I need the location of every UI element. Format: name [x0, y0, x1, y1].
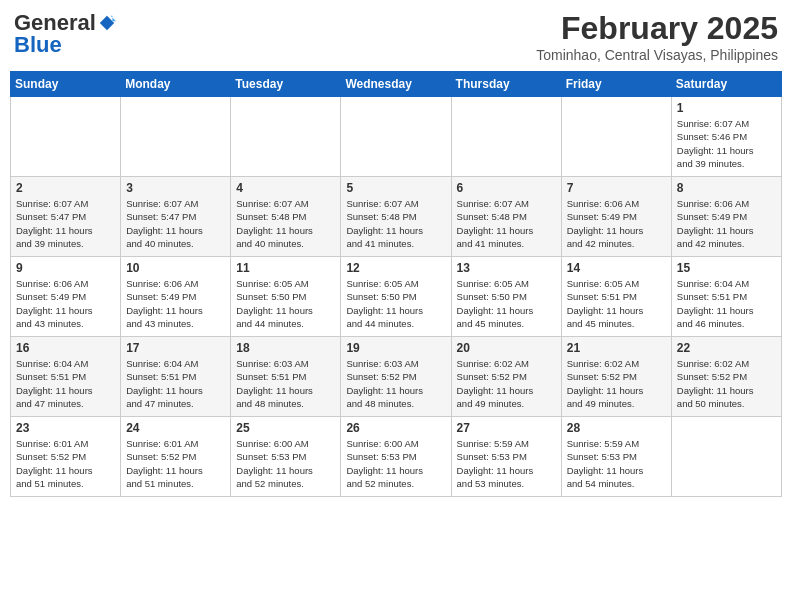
calendar-day-cell: 13Sunrise: 6:05 AM Sunset: 5:50 PM Dayli…	[451, 257, 561, 337]
day-number: 21	[567, 341, 666, 355]
day-info: Sunrise: 6:06 AM Sunset: 5:49 PM Dayligh…	[567, 197, 666, 250]
day-info: Sunrise: 6:04 AM Sunset: 5:51 PM Dayligh…	[16, 357, 115, 410]
calendar-day-cell: 25Sunrise: 6:00 AM Sunset: 5:53 PM Dayli…	[231, 417, 341, 497]
calendar-day-cell: 26Sunrise: 6:00 AM Sunset: 5:53 PM Dayli…	[341, 417, 451, 497]
day-number: 2	[16, 181, 115, 195]
day-info: Sunrise: 6:07 AM Sunset: 5:47 PM Dayligh…	[16, 197, 115, 250]
day-number: 28	[567, 421, 666, 435]
day-info: Sunrise: 6:02 AM Sunset: 5:52 PM Dayligh…	[567, 357, 666, 410]
day-number: 18	[236, 341, 335, 355]
calendar-day-cell	[451, 97, 561, 177]
calendar-table: SundayMondayTuesdayWednesdayThursdayFrid…	[10, 71, 782, 497]
day-info: Sunrise: 6:07 AM Sunset: 5:47 PM Dayligh…	[126, 197, 225, 250]
day-number: 10	[126, 261, 225, 275]
day-info: Sunrise: 6:05 AM Sunset: 5:50 PM Dayligh…	[457, 277, 556, 330]
calendar-day-cell	[341, 97, 451, 177]
day-info: Sunrise: 6:03 AM Sunset: 5:51 PM Dayligh…	[236, 357, 335, 410]
calendar-day-cell: 17Sunrise: 6:04 AM Sunset: 5:51 PM Dayli…	[121, 337, 231, 417]
day-number: 13	[457, 261, 556, 275]
day-number: 5	[346, 181, 445, 195]
calendar-day-cell: 16Sunrise: 6:04 AM Sunset: 5:51 PM Dayli…	[11, 337, 121, 417]
calendar-week-row: 9Sunrise: 6:06 AM Sunset: 5:49 PM Daylig…	[11, 257, 782, 337]
day-info: Sunrise: 6:02 AM Sunset: 5:52 PM Dayligh…	[677, 357, 776, 410]
calendar-day-cell: 9Sunrise: 6:06 AM Sunset: 5:49 PM Daylig…	[11, 257, 121, 337]
day-info: Sunrise: 6:01 AM Sunset: 5:52 PM Dayligh…	[16, 437, 115, 490]
calendar-day-cell: 23Sunrise: 6:01 AM Sunset: 5:52 PM Dayli…	[11, 417, 121, 497]
day-info: Sunrise: 6:06 AM Sunset: 5:49 PM Dayligh…	[677, 197, 776, 250]
calendar-day-cell: 24Sunrise: 6:01 AM Sunset: 5:52 PM Dayli…	[121, 417, 231, 497]
calendar-day-cell: 18Sunrise: 6:03 AM Sunset: 5:51 PM Dayli…	[231, 337, 341, 417]
calendar-day-cell	[561, 97, 671, 177]
calendar-day-cell: 3Sunrise: 6:07 AM Sunset: 5:47 PM Daylig…	[121, 177, 231, 257]
day-info: Sunrise: 6:01 AM Sunset: 5:52 PM Dayligh…	[126, 437, 225, 490]
day-info: Sunrise: 6:07 AM Sunset: 5:48 PM Dayligh…	[236, 197, 335, 250]
month-year-title: February 2025	[536, 10, 778, 47]
day-of-week-header: Wednesday	[341, 72, 451, 97]
calendar-day-cell: 5Sunrise: 6:07 AM Sunset: 5:48 PM Daylig…	[341, 177, 451, 257]
calendar-day-cell: 1Sunrise: 6:07 AM Sunset: 5:46 PM Daylig…	[671, 97, 781, 177]
day-number: 25	[236, 421, 335, 435]
day-info: Sunrise: 6:00 AM Sunset: 5:53 PM Dayligh…	[346, 437, 445, 490]
day-info: Sunrise: 5:59 AM Sunset: 5:53 PM Dayligh…	[457, 437, 556, 490]
day-number: 4	[236, 181, 335, 195]
calendar-week-row: 2Sunrise: 6:07 AM Sunset: 5:47 PM Daylig…	[11, 177, 782, 257]
day-number: 20	[457, 341, 556, 355]
day-number: 1	[677, 101, 776, 115]
calendar-day-cell: 8Sunrise: 6:06 AM Sunset: 5:49 PM Daylig…	[671, 177, 781, 257]
day-info: Sunrise: 6:07 AM Sunset: 5:48 PM Dayligh…	[457, 197, 556, 250]
calendar-day-cell: 28Sunrise: 5:59 AM Sunset: 5:53 PM Dayli…	[561, 417, 671, 497]
day-number: 9	[16, 261, 115, 275]
day-of-week-header: Sunday	[11, 72, 121, 97]
calendar-day-cell: 20Sunrise: 6:02 AM Sunset: 5:52 PM Dayli…	[451, 337, 561, 417]
calendar-week-row: 1Sunrise: 6:07 AM Sunset: 5:46 PM Daylig…	[11, 97, 782, 177]
calendar-day-cell: 15Sunrise: 6:04 AM Sunset: 5:51 PM Dayli…	[671, 257, 781, 337]
day-number: 23	[16, 421, 115, 435]
day-info: Sunrise: 6:06 AM Sunset: 5:49 PM Dayligh…	[126, 277, 225, 330]
day-info: Sunrise: 5:59 AM Sunset: 5:53 PM Dayligh…	[567, 437, 666, 490]
logo-icon	[98, 14, 116, 32]
svg-marker-0	[100, 16, 114, 30]
calendar-day-cell: 19Sunrise: 6:03 AM Sunset: 5:52 PM Dayli…	[341, 337, 451, 417]
day-number: 24	[126, 421, 225, 435]
day-info: Sunrise: 6:04 AM Sunset: 5:51 PM Dayligh…	[677, 277, 776, 330]
calendar-week-row: 23Sunrise: 6:01 AM Sunset: 5:52 PM Dayli…	[11, 417, 782, 497]
calendar-week-row: 16Sunrise: 6:04 AM Sunset: 5:51 PM Dayli…	[11, 337, 782, 417]
day-of-week-header: Thursday	[451, 72, 561, 97]
day-info: Sunrise: 6:07 AM Sunset: 5:46 PM Dayligh…	[677, 117, 776, 170]
day-number: 14	[567, 261, 666, 275]
day-number: 11	[236, 261, 335, 275]
day-number: 16	[16, 341, 115, 355]
day-info: Sunrise: 6:04 AM Sunset: 5:51 PM Dayligh…	[126, 357, 225, 410]
calendar-header-row: SundayMondayTuesdayWednesdayThursdayFrid…	[11, 72, 782, 97]
day-info: Sunrise: 6:02 AM Sunset: 5:52 PM Dayligh…	[457, 357, 556, 410]
calendar-day-cell: 22Sunrise: 6:02 AM Sunset: 5:52 PM Dayli…	[671, 337, 781, 417]
location-subtitle: Tominhao, Central Visayas, Philippines	[536, 47, 778, 63]
day-of-week-header: Monday	[121, 72, 231, 97]
day-info: Sunrise: 6:06 AM Sunset: 5:49 PM Dayligh…	[16, 277, 115, 330]
day-number: 6	[457, 181, 556, 195]
day-number: 12	[346, 261, 445, 275]
calendar-day-cell: 7Sunrise: 6:06 AM Sunset: 5:49 PM Daylig…	[561, 177, 671, 257]
day-number: 15	[677, 261, 776, 275]
day-info: Sunrise: 6:05 AM Sunset: 5:50 PM Dayligh…	[236, 277, 335, 330]
day-number: 22	[677, 341, 776, 355]
calendar-day-cell	[11, 97, 121, 177]
calendar-day-cell: 12Sunrise: 6:05 AM Sunset: 5:50 PM Dayli…	[341, 257, 451, 337]
day-number: 17	[126, 341, 225, 355]
calendar-day-cell: 11Sunrise: 6:05 AM Sunset: 5:50 PM Dayli…	[231, 257, 341, 337]
calendar-day-cell	[231, 97, 341, 177]
day-info: Sunrise: 6:07 AM Sunset: 5:48 PM Dayligh…	[346, 197, 445, 250]
calendar-day-cell: 14Sunrise: 6:05 AM Sunset: 5:51 PM Dayli…	[561, 257, 671, 337]
day-number: 8	[677, 181, 776, 195]
calendar-day-cell: 21Sunrise: 6:02 AM Sunset: 5:52 PM Dayli…	[561, 337, 671, 417]
calendar-day-cell	[121, 97, 231, 177]
calendar-day-cell: 2Sunrise: 6:07 AM Sunset: 5:47 PM Daylig…	[11, 177, 121, 257]
page-header: General Blue February 2025 Tominhao, Cen…	[10, 10, 782, 63]
day-number: 19	[346, 341, 445, 355]
day-number: 7	[567, 181, 666, 195]
calendar-day-cell: 10Sunrise: 6:06 AM Sunset: 5:49 PM Dayli…	[121, 257, 231, 337]
logo: General Blue	[14, 10, 116, 58]
logo-blue-text: Blue	[14, 32, 62, 58]
day-number: 27	[457, 421, 556, 435]
day-number: 3	[126, 181, 225, 195]
